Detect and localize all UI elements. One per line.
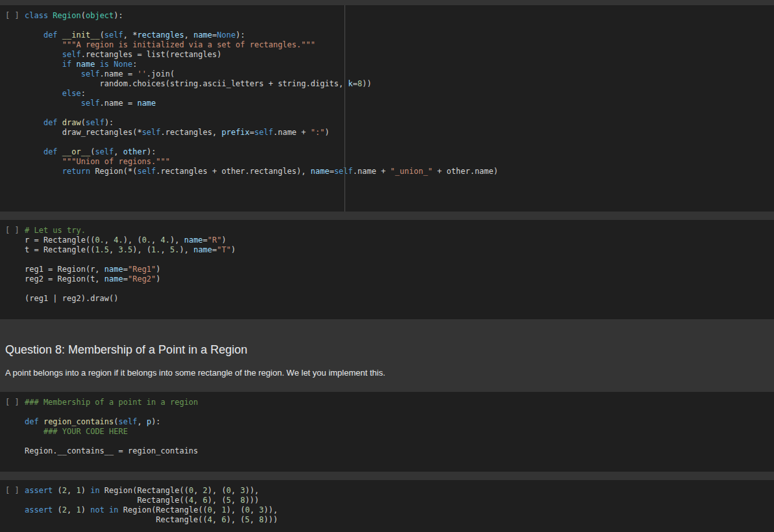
code-line: def draw(self): (25, 118, 774, 128)
code-line: reg1 = Region(r, name="Reg1") (25, 265, 774, 274)
code-line: if name is None: (25, 60, 774, 69)
code-line (25, 437, 774, 446)
code-cell-region-class: [ ]class Region(object): def __init__(se… (0, 5, 774, 212)
code-line (25, 176, 774, 186)
column-ruler (345, 5, 345, 212)
code-editor[interactable]: # Let us try.r = Rectangle((0., 4.), (0.… (25, 226, 774, 313)
code-line: assert (2, 1) in Region(Rectangle((0, 2)… (25, 486, 774, 496)
code-line: Region.__contains__ = region_contains (25, 446, 774, 456)
code-line: self.name = name (25, 99, 774, 108)
code-line: class Region(object): (25, 11, 774, 21)
code-line: Rectangle((4, 6), (5, 8))) (25, 496, 774, 505)
code-line (25, 255, 774, 265)
code-cell-region-contains: [ ]### Membership of a point in a region… (0, 392, 774, 472)
code-line: random.choices(string.ascii_letters + st… (25, 79, 774, 89)
code-line: assert (2, 1) not in Region(Rectangle((0… (25, 505, 774, 515)
code-line (25, 138, 774, 147)
code-line: draw_rectangles(*self.rectangles, prefix… (25, 128, 774, 138)
code-cell-membership-asserts: [ ]assert (2, 1) in Region(Rectangle((0,… (0, 480, 774, 531)
code-line: ### Membership of a point in a region (25, 398, 774, 407)
code-editor[interactable]: assert (2, 1) in Region(Rectangle((0, 2)… (25, 486, 774, 525)
code-line: t = Rectangle((1.5, 3.5), (1., 5.), name… (25, 245, 774, 255)
code-line: (reg1 | reg2).draw() (25, 294, 774, 304)
code-line (25, 108, 774, 118)
code-line: ### YOUR CODE HERE (25, 427, 774, 437)
code-line (25, 304, 774, 313)
code-line: reg2 = Region(t, name="Reg2") (25, 274, 774, 284)
code-editor[interactable]: class Region(object): def __init__(self,… (25, 11, 774, 206)
code-line: return Region(*(self.rectangles + other.… (25, 167, 774, 176)
cell-run-prompt[interactable]: [ ] (0, 486, 25, 525)
code-line: r = Rectangle((0., 4.), (0., 4.), name="… (25, 236, 774, 245)
code-line (25, 186, 774, 196)
code-line: Rectangle((4, 6), (5, 8))) (25, 515, 774, 525)
code-line: def __init__(self, *rectangles, name=Non… (25, 30, 774, 40)
code-line: """Union of regions.""" (25, 157, 774, 167)
cell-run-prompt[interactable]: [ ] (0, 11, 25, 206)
code-line (25, 196, 774, 206)
question-description: A point belongs into a region if it belo… (5, 368, 769, 378)
cell-run-prompt[interactable]: [ ] (0, 398, 25, 466)
code-line (25, 284, 774, 294)
markdown-cell-question-8[interactable]: Question 8: Membership of a Point in a R… (0, 328, 774, 392)
code-line: self.name = ''.join( (25, 69, 774, 79)
code-line (25, 21, 774, 30)
code-line (25, 407, 774, 417)
notebook: [ ]class Region(object): def __init__(se… (0, 0, 774, 531)
code-line: # Let us try. (25, 226, 774, 236)
code-line: else: (25, 89, 774, 99)
code-line: """A region is initialized via a set of … (25, 40, 774, 50)
question-heading: Question 8: Membership of a Point in a R… (5, 343, 769, 357)
code-line: def __or__(self, other): (25, 147, 774, 157)
code-line (25, 456, 774, 466)
code-line: def region_contains(self, p): (25, 417, 774, 427)
code-editor[interactable]: ### Membership of a point in a regiondef… (25, 398, 774, 466)
code-cell-region-demo: [ ]# Let us try.r = Rectangle((0., 4.), … (0, 220, 774, 319)
cell-run-prompt[interactable]: [ ] (0, 226, 25, 313)
code-line: self.rectangles = list(rectangles) (25, 50, 774, 60)
